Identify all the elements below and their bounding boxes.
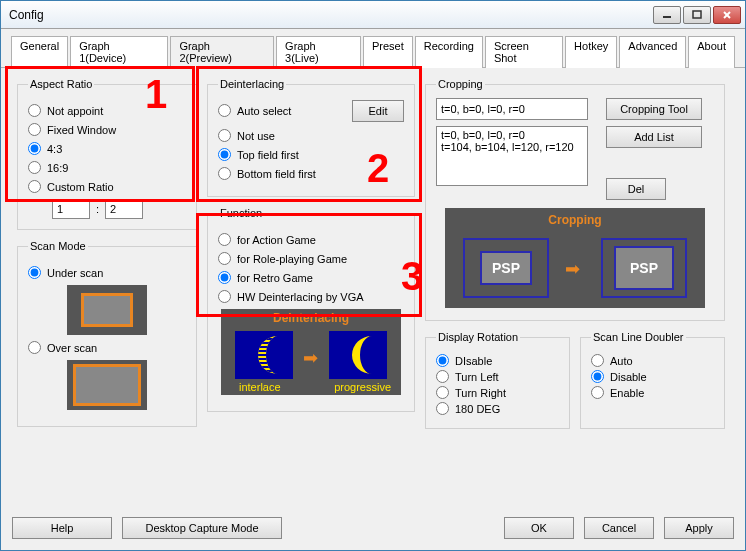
- scan-line-doubler-group: Scan Line Doubler Auto Disable Enable: [580, 331, 725, 429]
- tab-about[interactable]: About: [688, 36, 735, 68]
- add-list-button[interactable]: Add List: [606, 126, 702, 148]
- fn-hw[interactable]: [218, 290, 231, 303]
- scan-mode-group: Scan Mode Under scan Over scan: [17, 240, 197, 427]
- dr-disable[interactable]: [436, 354, 449, 367]
- dr-180[interactable]: [436, 402, 449, 415]
- aspect-43-label: 4:3: [47, 143, 62, 155]
- aspect-43[interactable]: [28, 142, 41, 155]
- tab-hotkey[interactable]: Hotkey: [565, 36, 617, 68]
- fn-action-label: for Action Game: [237, 234, 316, 246]
- cropping-illustration: Cropping PSP ➡ PSP: [445, 208, 705, 308]
- cropping-img-title: Cropping: [445, 213, 705, 227]
- tab-screenshot[interactable]: Screen Shot: [485, 36, 563, 68]
- del-button[interactable]: Del: [606, 178, 666, 200]
- di-topfield-label: Top field first: [237, 149, 299, 161]
- annotation-number-3: 3: [401, 254, 423, 299]
- tab-recording[interactable]: Recording: [415, 36, 483, 68]
- tab-preset[interactable]: Preset: [363, 36, 413, 68]
- psp-after-label: PSP: [614, 246, 674, 290]
- fn-retro[interactable]: [218, 271, 231, 284]
- apply-button[interactable]: Apply: [664, 517, 734, 539]
- window-buttons: [651, 6, 741, 24]
- di-img-title: Deinterlacing: [221, 309, 401, 325]
- cropping-legend: Cropping: [436, 78, 485, 90]
- cropping-input[interactable]: [436, 98, 588, 120]
- ratio-colon: :: [96, 203, 99, 215]
- di-topfield[interactable]: [218, 148, 231, 161]
- di-bottomfield-label: Bottom field first: [237, 168, 316, 180]
- minimize-button[interactable]: [653, 6, 681, 24]
- aspect-fixed[interactable]: [28, 123, 41, 136]
- fn-rpg-label: for Role-playing Game: [237, 253, 347, 265]
- fn-retro-label: for Retro Game: [237, 272, 313, 284]
- cropping-tool-button[interactable]: Cropping Tool: [606, 98, 702, 120]
- aspect-fixed-label: Fixed Window: [47, 124, 116, 136]
- annotation-number-2: 2: [367, 146, 389, 191]
- psp-after-icon: PSP: [601, 238, 687, 298]
- psp-before-label: PSP: [480, 251, 532, 285]
- cropping-group: Cropping Cropping Tool t=0, b=0, l=0, r=…: [425, 78, 725, 321]
- sld-disable-label: Disable: [610, 371, 647, 383]
- psp-before-icon: PSP: [463, 238, 549, 298]
- underscan[interactable]: [28, 266, 41, 279]
- fn-action[interactable]: [218, 233, 231, 246]
- deinterlacing-legend: Deinterlacing: [218, 78, 286, 90]
- aspect-169-label: 16:9: [47, 162, 68, 174]
- cancel-button[interactable]: Cancel: [584, 517, 654, 539]
- svg-rect-1: [693, 11, 701, 18]
- desktop-capture-button[interactable]: Desktop Capture Mode: [122, 517, 282, 539]
- aspect-notappoint-label: Not appoint: [47, 105, 103, 117]
- overscan[interactable]: [28, 341, 41, 354]
- custom-ratio-width[interactable]: [52, 199, 90, 219]
- sld-enable[interactable]: [591, 386, 604, 399]
- maximize-button[interactable]: [683, 6, 711, 24]
- aspect-notappoint[interactable]: [28, 104, 41, 117]
- window-title: Config: [9, 8, 651, 22]
- config-window: Config General Graph 1(Device) Graph 2(P…: [0, 0, 746, 551]
- di-notuse-label: Not use: [237, 130, 275, 142]
- dr-right-label: Turn Right: [455, 387, 506, 399]
- ok-button[interactable]: OK: [504, 517, 574, 539]
- aspect-ratio-group: Aspect Ratio Not appoint Fixed Window 4:…: [17, 78, 197, 230]
- dr-disable-label: DIsable: [455, 355, 492, 367]
- di-notuse[interactable]: [218, 129, 231, 142]
- sld-disable[interactable]: [591, 370, 604, 383]
- tab-graph3[interactable]: Graph 3(Live): [276, 36, 361, 68]
- dr-left-label: Turn Left: [455, 371, 499, 383]
- underscan-icon: [67, 285, 147, 335]
- dr-right[interactable]: [436, 386, 449, 399]
- aspect-custom[interactable]: [28, 180, 41, 193]
- display-rotation-legend: Display Rotation: [436, 331, 520, 343]
- dr-180-label: 180 DEG: [455, 403, 500, 415]
- overscan-label: Over scan: [47, 342, 97, 354]
- di-auto[interactable]: [218, 104, 231, 117]
- cropping-list[interactable]: t=0, b=0, l=0, r=0 t=104, b=104, l=120, …: [436, 126, 588, 186]
- custom-ratio-height[interactable]: [105, 199, 143, 219]
- deinterlace-illustration: Deinterlacing ➡ interlace progressive: [221, 309, 401, 395]
- tab-general[interactable]: General: [11, 36, 68, 68]
- interlace-label: interlace: [239, 381, 281, 393]
- sld-auto[interactable]: [591, 354, 604, 367]
- tab-graph1[interactable]: Graph 1(Device): [70, 36, 168, 68]
- close-button[interactable]: [713, 6, 741, 24]
- tab-graph2[interactable]: Graph 2(Preview): [170, 36, 274, 68]
- sld-legend: Scan Line Doubler: [591, 331, 686, 343]
- tab-advanced[interactable]: Advanced: [619, 36, 686, 68]
- di-bottomfield[interactable]: [218, 167, 231, 180]
- sld-auto-label: Auto: [610, 355, 633, 367]
- aspect-169[interactable]: [28, 161, 41, 174]
- dr-left[interactable]: [436, 370, 449, 383]
- arrow-icon: ➡: [565, 258, 580, 280]
- help-button[interactable]: Help: [12, 517, 112, 539]
- tab-bar: General Graph 1(Device) Graph 2(Preview)…: [1, 29, 745, 68]
- sld-enable-label: Enable: [610, 387, 644, 399]
- function-legend: Function: [218, 207, 264, 219]
- underscan-label: Under scan: [47, 267, 103, 279]
- function-group: Function for Action Game for Role-playin…: [207, 207, 415, 412]
- annotation-number-1: 1: [145, 72, 167, 117]
- edit-button[interactable]: Edit: [352, 100, 404, 122]
- bottom-buttons: Help Desktop Capture Mode OK Cancel Appl…: [12, 517, 734, 539]
- fn-rpg[interactable]: [218, 252, 231, 265]
- interlace-icon: [235, 331, 293, 379]
- titlebar: Config: [1, 1, 745, 29]
